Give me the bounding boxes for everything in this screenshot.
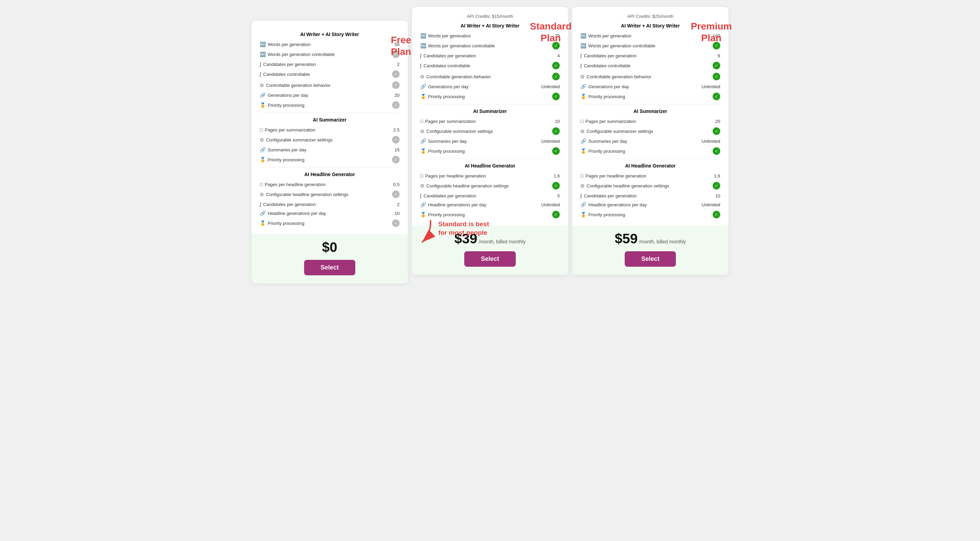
feature-check: ✓ (379, 190, 399, 198)
feature-label: 🏅 Priority processing (581, 212, 700, 217)
feature-value: Unlimited (700, 202, 720, 207)
green-check-icon: ✓ (552, 93, 560, 100)
feature-label: ⊙ Configurable headline generation setti… (581, 183, 700, 189)
feature-check: ✓ (539, 73, 560, 80)
feature-icon: ∫ (260, 71, 261, 77)
feature-check: ✓ (539, 62, 560, 69)
feature-label: ∫ Candidates controllable (420, 63, 539, 68)
feature-label: ⊙ Configurable summarizer settings (581, 129, 700, 134)
feature-label: 🔗 Headline generations per day (581, 202, 700, 207)
feature-text: Summaries per day (588, 139, 627, 144)
green-check-icon: ✓ (713, 93, 720, 100)
feature-text: Configurable summarizer settings (426, 129, 493, 134)
feature-value: 2 (379, 62, 399, 67)
feature-icon: □ (420, 173, 423, 179)
api-credits-premium: API Credits: $25/month (581, 14, 720, 19)
price-main: $59 (615, 231, 638, 246)
feature-icon: ∫ (420, 193, 422, 198)
feature-icon: 🏅 (581, 212, 586, 217)
section-title-free-1: AI Summarizer (260, 117, 399, 122)
feature-label: ∫ Candidates per generation (581, 193, 700, 198)
feature-text: Priority processing (588, 94, 625, 99)
feature-icon: 🔗 (260, 210, 266, 216)
feature-label: 🔗 Generations per day (420, 84, 539, 89)
feature-check: ✓ (539, 211, 560, 218)
api-credits-standard: API Credits: $15/month (420, 14, 560, 19)
feature-value: Unlimited (700, 84, 720, 89)
price-display: $0 (260, 240, 399, 255)
gray-check-icon: ✓ (392, 136, 399, 143)
green-check-icon: ✓ (552, 182, 560, 189)
select-button-standard[interactable]: Select (464, 251, 515, 267)
feature-check: ✓ (700, 182, 720, 189)
feature-icon: ⊙ (260, 82, 264, 88)
feature-row: ∫ Candidates per generation 4 (420, 51, 560, 60)
green-check-icon: ✓ (552, 211, 560, 218)
feature-check: ✓ (379, 81, 399, 89)
feature-check: ✓ (700, 147, 720, 155)
feature-row: ⊙ Configurable summarizer settings ✓ (420, 125, 560, 136)
plan-card-free: FreePlanAI Writer + AI Story Writer 🔤 Wo… (251, 21, 408, 284)
feature-row: 🔗 Generations per day Unlimited (581, 82, 720, 91)
feature-label: 🏅 Priority processing (260, 102, 379, 108)
feature-label: □ Pages per headline generation (260, 182, 379, 187)
feature-text: Candidates per generation (424, 193, 476, 198)
feature-label: ⊙ Controllable generation behavior (260, 82, 379, 88)
section-title-standard-2: AI Headline Generator (420, 163, 560, 168)
plan-card-premium: PremiumPlanAPI Credits: $25/monthAI Writ… (572, 7, 729, 275)
feature-icon: □ (581, 119, 583, 124)
feature-icon: 🔗 (581, 138, 586, 144)
feature-icon: □ (581, 173, 583, 179)
feature-text: Words per generation (428, 33, 471, 38)
section-title-premium-1: AI Summarizer (581, 108, 720, 114)
feature-icon: 🔤 (581, 33, 586, 38)
feature-icon: 🏅 (581, 94, 586, 99)
feature-label: ∫ Candidates per generation (260, 62, 379, 67)
feature-check: ✓ (700, 73, 720, 80)
select-button-premium[interactable]: Select (625, 251, 676, 267)
feature-icon: 🏅 (420, 212, 426, 217)
feature-row: 🔤 Words per generation 50 (260, 40, 399, 49)
green-check-icon: ✓ (713, 62, 720, 69)
feature-icon: 🏅 (420, 148, 426, 154)
feature-icon: 🏅 (260, 221, 266, 226)
feature-text: Configurable summarizer settings (587, 129, 653, 134)
feature-icon: ∫ (420, 63, 422, 68)
price-main: $0 (322, 240, 337, 255)
feature-text: Candidates per generation (584, 53, 636, 58)
feature-icon: 🔗 (420, 138, 426, 144)
select-button-free[interactable]: Select (304, 260, 355, 275)
feature-label: ∫ Candidates controllable (581, 63, 700, 68)
feature-row: ∫ Candidates controllable ✓ (581, 60, 720, 71)
feature-label: ∫ Candidates per generation (260, 201, 379, 207)
feature-row: ∫ Candidates per generation 5 (420, 191, 560, 200)
feature-row: 🏅 Priority processing ✓ (581, 91, 720, 102)
feature-text: Priority processing (588, 212, 625, 217)
feature-label: □ Pages per headline generation (420, 173, 539, 179)
gray-check-icon: ✓ (392, 101, 399, 109)
feature-row: 🔗 Summaries per day 15 (260, 145, 399, 154)
feature-label: ∫ Candidates controllable (260, 71, 379, 77)
feature-icon: ∫ (260, 62, 261, 67)
feature-check: ✓ (700, 62, 720, 69)
price-detail: /month, billed monthly (479, 239, 526, 244)
feature-label: 🏅 Priority processing (581, 148, 700, 154)
feature-row: 🔗 Summaries per day Unlimited (420, 136, 560, 146)
feature-icon: 🔗 (420, 84, 426, 89)
feature-icon: 🔗 (260, 147, 266, 152)
feature-icon: ⊙ (581, 183, 584, 189)
feature-text: Priority processing (268, 221, 304, 226)
price-main: $39 (454, 231, 477, 246)
feature-label: ⊙ Configurable summarizer settings (420, 129, 539, 134)
feature-label: ⊙ Controllable generation behavior (420, 74, 539, 79)
feature-row: 🔗 Generations per day Unlimited (420, 82, 560, 91)
feature-row: 🏅 Priority processing ✓ (420, 146, 560, 157)
feature-row: 🏅 Priority processing ✓ (581, 209, 720, 220)
feature-row: 🏅 Priority processing ✓ (260, 217, 399, 228)
feature-text: Headline generations per day (268, 211, 326, 216)
feature-icon: □ (260, 127, 262, 133)
feature-icon: ⊙ (260, 192, 264, 197)
feature-row: ∫ Candidates per generation 2 (260, 200, 399, 209)
feature-row: 🏅 Priority processing ✓ (260, 100, 399, 111)
feature-row: 🏅 Priority processing ✓ (581, 146, 720, 157)
